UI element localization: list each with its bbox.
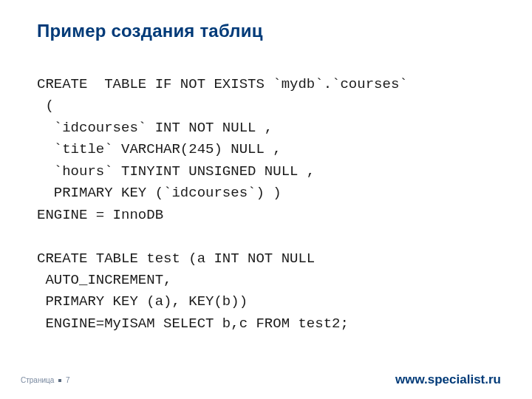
code-line: `hours` TINYINT UNSIGNED NULL , bbox=[37, 163, 315, 180]
slide-title: Пример создания таблиц bbox=[37, 21, 263, 41]
page-label: Страница bbox=[21, 376, 54, 384]
page-number: 7 bbox=[66, 376, 70, 384]
square-bullet-icon bbox=[58, 379, 61, 382]
code-line: `idcourses` INT NOT NULL , bbox=[37, 120, 273, 136]
code-line: ENGINE=MyISAM SELECT b,c FROM test2; bbox=[37, 316, 349, 332]
code-line: PRIMARY KEY (a), KEY(b)) bbox=[37, 293, 248, 310]
code-line: CREATE TABLE IF NOT EXISTS `mydb`.`cours… bbox=[37, 76, 408, 92]
code-line: PRIMARY KEY (`idcourses`) ) bbox=[37, 185, 282, 201]
slide: Пример создания таблиц CREATE TABLE IF N… bbox=[0, 0, 532, 399]
code-line: AUTO_INCREMENT, bbox=[37, 272, 171, 288]
code-line: `title` VARCHAR(245) NULL , bbox=[37, 141, 282, 157]
code-line: CREATE TABLE test (a INT NOT NULL bbox=[37, 250, 315, 267]
code-line: ENGINE = InnoDB bbox=[37, 207, 163, 223]
code-line: ( bbox=[37, 98, 54, 114]
page-footer-left: Страница 7 bbox=[21, 376, 69, 384]
site-footer: www.specialist.ru bbox=[395, 372, 501, 387]
code-block: CREATE TABLE IF NOT EXISTS `mydb`.`cours… bbox=[37, 74, 495, 335]
